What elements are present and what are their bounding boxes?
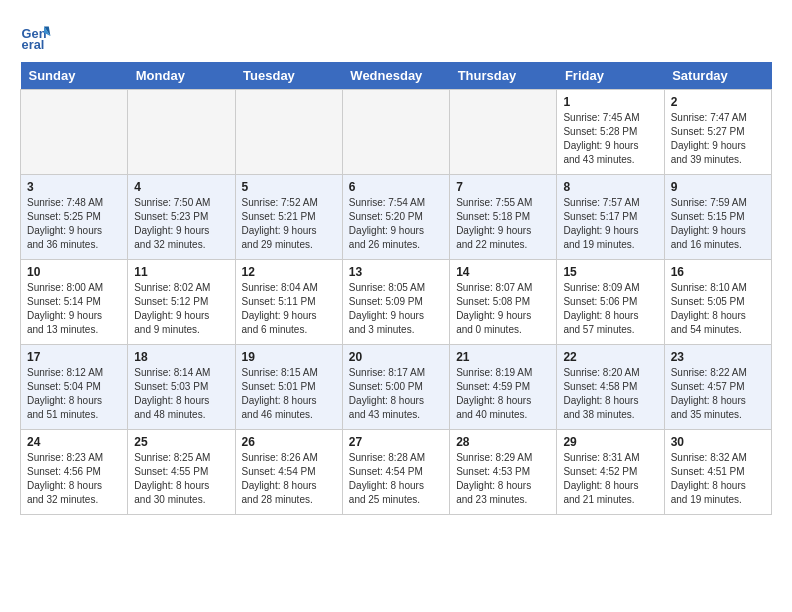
day-info: Sunrise: 8:19 AM Sunset: 4:59 PM Dayligh… (456, 366, 550, 422)
header-sunday: Sunday (21, 62, 128, 90)
day-info: Sunrise: 8:20 AM Sunset: 4:58 PM Dayligh… (563, 366, 657, 422)
day-number: 27 (349, 435, 443, 449)
day-info: Sunrise: 7:57 AM Sunset: 5:17 PM Dayligh… (563, 196, 657, 252)
day-cell: 11Sunrise: 8:02 AM Sunset: 5:12 PM Dayli… (128, 260, 235, 345)
day-number: 30 (671, 435, 765, 449)
day-info: Sunrise: 8:32 AM Sunset: 4:51 PM Dayligh… (671, 451, 765, 507)
day-cell: 9Sunrise: 7:59 AM Sunset: 5:15 PM Daylig… (664, 175, 771, 260)
day-cell: 14Sunrise: 8:07 AM Sunset: 5:08 PM Dayli… (450, 260, 557, 345)
header-thursday: Thursday (450, 62, 557, 90)
day-number: 9 (671, 180, 765, 194)
day-info: Sunrise: 8:12 AM Sunset: 5:04 PM Dayligh… (27, 366, 121, 422)
day-info: Sunrise: 8:29 AM Sunset: 4:53 PM Dayligh… (456, 451, 550, 507)
day-cell: 20Sunrise: 8:17 AM Sunset: 5:00 PM Dayli… (342, 345, 449, 430)
day-info: Sunrise: 8:26 AM Sunset: 4:54 PM Dayligh… (242, 451, 336, 507)
day-info: Sunrise: 7:59 AM Sunset: 5:15 PM Dayligh… (671, 196, 765, 252)
day-number: 25 (134, 435, 228, 449)
day-number: 4 (134, 180, 228, 194)
day-cell: 30Sunrise: 8:32 AM Sunset: 4:51 PM Dayli… (664, 430, 771, 515)
day-info: Sunrise: 7:45 AM Sunset: 5:28 PM Dayligh… (563, 111, 657, 167)
day-number: 3 (27, 180, 121, 194)
day-cell: 3Sunrise: 7:48 AM Sunset: 5:25 PM Daylig… (21, 175, 128, 260)
day-info: Sunrise: 8:25 AM Sunset: 4:55 PM Dayligh… (134, 451, 228, 507)
day-number: 14 (456, 265, 550, 279)
day-cell: 7Sunrise: 7:55 AM Sunset: 5:18 PM Daylig… (450, 175, 557, 260)
day-info: Sunrise: 8:00 AM Sunset: 5:14 PM Dayligh… (27, 281, 121, 337)
day-cell: 16Sunrise: 8:10 AM Sunset: 5:05 PM Dayli… (664, 260, 771, 345)
day-number: 26 (242, 435, 336, 449)
day-info: Sunrise: 7:47 AM Sunset: 5:27 PM Dayligh… (671, 111, 765, 167)
logo-icon: Gen eral (20, 20, 52, 52)
day-info: Sunrise: 7:50 AM Sunset: 5:23 PM Dayligh… (134, 196, 228, 252)
day-number: 24 (27, 435, 121, 449)
day-number: 15 (563, 265, 657, 279)
header-wednesday: Wednesday (342, 62, 449, 90)
day-cell (128, 90, 235, 175)
day-number: 19 (242, 350, 336, 364)
day-number: 5 (242, 180, 336, 194)
day-cell: 23Sunrise: 8:22 AM Sunset: 4:57 PM Dayli… (664, 345, 771, 430)
week-row-2: 3Sunrise: 7:48 AM Sunset: 5:25 PM Daylig… (21, 175, 772, 260)
day-cell: 13Sunrise: 8:05 AM Sunset: 5:09 PM Dayli… (342, 260, 449, 345)
header-saturday: Saturday (664, 62, 771, 90)
day-number: 16 (671, 265, 765, 279)
header-friday: Friday (557, 62, 664, 90)
week-row-1: 1Sunrise: 7:45 AM Sunset: 5:28 PM Daylig… (21, 90, 772, 175)
day-cell: 28Sunrise: 8:29 AM Sunset: 4:53 PM Dayli… (450, 430, 557, 515)
day-number: 1 (563, 95, 657, 109)
day-cell: 5Sunrise: 7:52 AM Sunset: 5:21 PM Daylig… (235, 175, 342, 260)
day-cell (450, 90, 557, 175)
day-info: Sunrise: 8:17 AM Sunset: 5:00 PM Dayligh… (349, 366, 443, 422)
day-cell: 25Sunrise: 8:25 AM Sunset: 4:55 PM Dayli… (128, 430, 235, 515)
day-info: Sunrise: 8:23 AM Sunset: 4:56 PM Dayligh… (27, 451, 121, 507)
day-info: Sunrise: 8:10 AM Sunset: 5:05 PM Dayligh… (671, 281, 765, 337)
logo: Gen eral (20, 20, 56, 52)
day-cell: 2Sunrise: 7:47 AM Sunset: 5:27 PM Daylig… (664, 90, 771, 175)
calendar-table: SundayMondayTuesdayWednesdayThursdayFrid… (20, 62, 772, 515)
day-cell (235, 90, 342, 175)
day-number: 2 (671, 95, 765, 109)
day-info: Sunrise: 7:52 AM Sunset: 5:21 PM Dayligh… (242, 196, 336, 252)
day-info: Sunrise: 8:28 AM Sunset: 4:54 PM Dayligh… (349, 451, 443, 507)
page-header: Gen eral (20, 20, 772, 52)
header-row: SundayMondayTuesdayWednesdayThursdayFrid… (21, 62, 772, 90)
day-cell: 18Sunrise: 8:14 AM Sunset: 5:03 PM Dayli… (128, 345, 235, 430)
day-info: Sunrise: 8:14 AM Sunset: 5:03 PM Dayligh… (134, 366, 228, 422)
day-info: Sunrise: 8:05 AM Sunset: 5:09 PM Dayligh… (349, 281, 443, 337)
day-number: 8 (563, 180, 657, 194)
day-info: Sunrise: 7:54 AM Sunset: 5:20 PM Dayligh… (349, 196, 443, 252)
day-number: 18 (134, 350, 228, 364)
day-number: 6 (349, 180, 443, 194)
day-cell: 17Sunrise: 8:12 AM Sunset: 5:04 PM Dayli… (21, 345, 128, 430)
week-row-4: 17Sunrise: 8:12 AM Sunset: 5:04 PM Dayli… (21, 345, 772, 430)
day-cell: 27Sunrise: 8:28 AM Sunset: 4:54 PM Dayli… (342, 430, 449, 515)
day-cell: 24Sunrise: 8:23 AM Sunset: 4:56 PM Dayli… (21, 430, 128, 515)
day-cell: 22Sunrise: 8:20 AM Sunset: 4:58 PM Dayli… (557, 345, 664, 430)
day-cell: 21Sunrise: 8:19 AM Sunset: 4:59 PM Dayli… (450, 345, 557, 430)
day-info: Sunrise: 7:48 AM Sunset: 5:25 PM Dayligh… (27, 196, 121, 252)
day-cell: 10Sunrise: 8:00 AM Sunset: 5:14 PM Dayli… (21, 260, 128, 345)
day-cell: 19Sunrise: 8:15 AM Sunset: 5:01 PM Dayli… (235, 345, 342, 430)
day-number: 7 (456, 180, 550, 194)
day-number: 22 (563, 350, 657, 364)
day-cell: 26Sunrise: 8:26 AM Sunset: 4:54 PM Dayli… (235, 430, 342, 515)
day-cell (21, 90, 128, 175)
day-info: Sunrise: 8:31 AM Sunset: 4:52 PM Dayligh… (563, 451, 657, 507)
day-number: 21 (456, 350, 550, 364)
day-info: Sunrise: 8:02 AM Sunset: 5:12 PM Dayligh… (134, 281, 228, 337)
day-info: Sunrise: 8:07 AM Sunset: 5:08 PM Dayligh… (456, 281, 550, 337)
day-number: 20 (349, 350, 443, 364)
day-info: Sunrise: 8:09 AM Sunset: 5:06 PM Dayligh… (563, 281, 657, 337)
day-info: Sunrise: 7:55 AM Sunset: 5:18 PM Dayligh… (456, 196, 550, 252)
day-cell: 29Sunrise: 8:31 AM Sunset: 4:52 PM Dayli… (557, 430, 664, 515)
day-number: 28 (456, 435, 550, 449)
header-monday: Monday (128, 62, 235, 90)
week-row-3: 10Sunrise: 8:00 AM Sunset: 5:14 PM Dayli… (21, 260, 772, 345)
day-info: Sunrise: 8:22 AM Sunset: 4:57 PM Dayligh… (671, 366, 765, 422)
week-row-5: 24Sunrise: 8:23 AM Sunset: 4:56 PM Dayli… (21, 430, 772, 515)
day-number: 13 (349, 265, 443, 279)
day-number: 17 (27, 350, 121, 364)
day-info: Sunrise: 8:04 AM Sunset: 5:11 PM Dayligh… (242, 281, 336, 337)
day-cell: 15Sunrise: 8:09 AM Sunset: 5:06 PM Dayli… (557, 260, 664, 345)
day-number: 29 (563, 435, 657, 449)
